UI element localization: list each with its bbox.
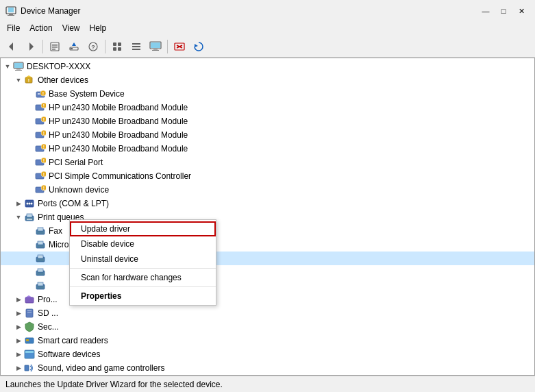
expand-icon-ports[interactable]: ▶ bbox=[13, 198, 24, 209]
ctx-uninstall-device[interactable]: Uninstall device bbox=[70, 252, 216, 267]
expand-icon-print[interactable]: ▼ bbox=[13, 212, 24, 223]
menu-file[interactable]: File bbox=[3, 22, 24, 34]
hp4-label: HP un2430 Mobile Broadband Module bbox=[49, 144, 188, 154]
ctx-properties[interactable]: Properties bbox=[70, 289, 216, 304]
ports-icon bbox=[24, 198, 35, 209]
list-view-button[interactable] bbox=[127, 38, 145, 55]
printer-icon-5 bbox=[35, 280, 46, 291]
svg-rect-7 bbox=[52, 45, 58, 46]
tree-item-unknown[interactable]: ! Unknown device bbox=[1, 183, 534, 197]
back-button[interactable] bbox=[3, 38, 21, 55]
remove-device-button[interactable] bbox=[171, 38, 188, 55]
svg-rect-32 bbox=[16, 69, 21, 70]
hp2-label: HP un2430 Mobile Broadband Module bbox=[49, 117, 188, 126]
ports-label: Ports (COM & LPT) bbox=[38, 199, 109, 208]
svg-rect-18 bbox=[118, 47, 121, 51]
svg-point-66 bbox=[31, 203, 33, 205]
expand-icon-sd[interactable]: ▶ bbox=[13, 308, 24, 319]
window-title: Device Manager bbox=[21, 6, 80, 16]
expand-icon-software[interactable]: ▶ bbox=[13, 349, 24, 360]
tree-item-hp4[interactable]: ! HP un2430 Mobile Broadband Module bbox=[1, 142, 534, 156]
svg-rect-79 bbox=[38, 282, 43, 286]
printer-icon-3 bbox=[35, 253, 46, 264]
display-icon-button[interactable] bbox=[108, 38, 126, 55]
hp3-label: HP un2430 Mobile Broadband Module bbox=[49, 130, 188, 140]
forward-button[interactable] bbox=[22, 38, 40, 55]
tree-item-pci-simple[interactable]: ! PCI Simple Communications Controller bbox=[1, 169, 534, 183]
maximize-button[interactable]: □ bbox=[495, 5, 512, 17]
svg-marker-12 bbox=[72, 42, 76, 46]
svg-rect-89 bbox=[25, 365, 29, 371]
svg-rect-15 bbox=[113, 42, 116, 46]
tree-item-smart-card[interactable]: ▶ Smart card readers bbox=[1, 334, 534, 347]
tree-item-hp1[interactable]: ! HP un2430 Mobile Broadband Module bbox=[1, 101, 534, 114]
menu-help[interactable]: Help bbox=[86, 22, 111, 34]
toolbar-separator-2 bbox=[105, 40, 105, 53]
expand-icon-sound[interactable]: ▶ bbox=[13, 363, 24, 373]
svg-rect-69 bbox=[27, 219, 32, 220]
warn-device-icon-7: ! bbox=[35, 171, 46, 182]
menu-action[interactable]: Action bbox=[25, 22, 56, 34]
menu-bar: File Action View Help bbox=[0, 21, 535, 36]
status-text: Launches the Update Driver Wizard for th… bbox=[5, 380, 223, 389]
svg-rect-9 bbox=[52, 49, 55, 50]
sound-icon bbox=[24, 363, 35, 373]
svg-rect-73 bbox=[38, 241, 43, 245]
window-controls: — □ ✕ bbox=[477, 5, 530, 17]
ctx-disable-device[interactable]: Disable device bbox=[70, 236, 216, 252]
svg-rect-24 bbox=[153, 49, 158, 50]
svg-rect-25 bbox=[152, 50, 159, 51]
help-toolbar-button[interactable]: ? bbox=[84, 38, 102, 55]
svg-rect-75 bbox=[38, 255, 43, 258]
fax-label: Fax bbox=[49, 226, 62, 236]
hp1-label: HP un2430 Mobile Broadband Module bbox=[49, 103, 188, 112]
svg-marker-5 bbox=[29, 42, 34, 51]
ctx-update-driver[interactable]: Update driver bbox=[70, 221, 216, 236]
svg-rect-3 bbox=[8, 15, 14, 16]
tree-item-hp2[interactable]: ! HP un2430 Mobile Broadband Module bbox=[1, 114, 534, 128]
properties-button[interactable] bbox=[46, 38, 64, 55]
tree-item-ports[interactable]: ▶ Ports (COM & LPT) bbox=[1, 197, 534, 210]
software-label: Software devices bbox=[38, 350, 100, 359]
update-driver-toolbar-button[interactable] bbox=[65, 38, 83, 55]
ctx-scan-hardware[interactable]: Scan for hardware changes bbox=[70, 270, 216, 285]
svg-rect-38 bbox=[38, 93, 40, 95]
svg-rect-19 bbox=[132, 43, 140, 45]
expand-icon-pro[interactable]: ▶ bbox=[13, 294, 24, 305]
tree-item-other-devices[interactable]: ▼ ! Other devices bbox=[1, 73, 534, 87]
tree-item-sound[interactable]: ▶ Sound, video and game controllers bbox=[1, 361, 534, 375]
monitor-button[interactable] bbox=[147, 38, 164, 55]
svg-text:!: ! bbox=[43, 186, 45, 191]
scan-changes-button[interactable] bbox=[190, 38, 208, 55]
minimize-button[interactable]: — bbox=[477, 5, 494, 17]
tree-item-software[interactable]: ▶ Software devices bbox=[1, 347, 534, 361]
svg-rect-17 bbox=[113, 47, 116, 51]
tree-item-root[interactable]: ▼ DESKTOP-XXXX bbox=[1, 60, 534, 73]
tree-item-sec[interactable]: ▶ Sec... bbox=[1, 320, 534, 334]
svg-point-64 bbox=[27, 203, 29, 205]
tree-item-hp3[interactable]: ! HP un2430 Mobile Broadband Module bbox=[1, 128, 534, 142]
computer-icon bbox=[13, 61, 24, 72]
printer-icon-ms bbox=[35, 239, 46, 250]
svg-rect-1 bbox=[8, 8, 14, 12]
expand-icon[interactable]: ▼ bbox=[13, 75, 24, 86]
expand-icon-sec[interactable]: ▶ bbox=[13, 321, 24, 332]
status-bar: Launches the Update Driver Wizard for th… bbox=[0, 376, 535, 392]
tree-item-pci-serial[interactable]: ! PCI Serial Port bbox=[1, 156, 534, 169]
expand-icon[interactable]: ▼ bbox=[2, 61, 13, 72]
sound-label: Sound, video and game controllers bbox=[38, 363, 164, 373]
expand-icon-smart[interactable]: ▶ bbox=[13, 335, 24, 346]
unknown-device-label: Unknown device bbox=[49, 185, 109, 195]
sd-icon bbox=[24, 308, 35, 319]
device-tree[interactable]: ▼ DESKTOP-XXXX ▼ ! Other d bbox=[1, 58, 534, 375]
smart-card-label: Smart card readers bbox=[38, 336, 108, 345]
tree-item-base-system[interactable]: ! ! Base System Device bbox=[1, 87, 534, 101]
tree-item-sd[interactable]: ▶ SD ... bbox=[1, 306, 534, 320]
warn-device-icon: ! ! bbox=[35, 88, 46, 99]
svg-text:!: ! bbox=[43, 145, 45, 149]
menu-view[interactable]: View bbox=[58, 22, 84, 34]
sec-icon bbox=[24, 321, 35, 332]
printer-icon-fax bbox=[35, 225, 46, 236]
close-button[interactable]: ✕ bbox=[513, 5, 530, 17]
svg-text:!: ! bbox=[42, 91, 44, 96]
